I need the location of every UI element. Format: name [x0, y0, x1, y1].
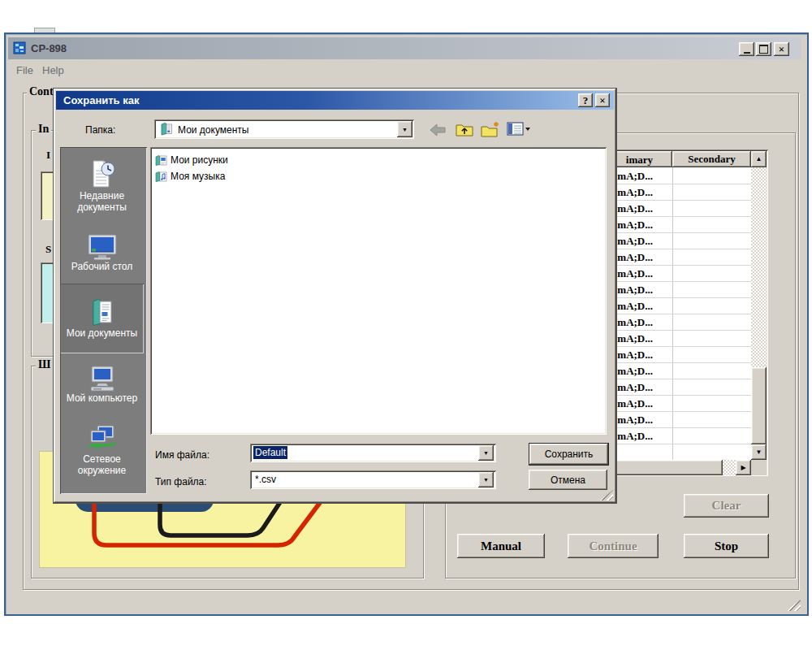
menu-help[interactable]: Help [42, 64, 64, 76]
place-my-documents[interactable]: Мои документы [60, 284, 144, 353]
my-documents-icon [89, 298, 116, 327]
vscroll-down-button[interactable]: ▼ [751, 444, 767, 460]
scroll-down-icon: ▼ [756, 449, 762, 456]
filename-text: Default [255, 447, 286, 458]
place-label: Сетевое окружение [60, 453, 144, 476]
scroll-up-icon: ▲ [756, 156, 762, 162]
up-folder-icon [456, 121, 473, 137]
filetype-combobox[interactable] [250, 470, 496, 489]
place-label: Рабочий стол [71, 261, 132, 272]
header-secondary-label: Secondary [688, 153, 736, 166]
save-button-label: Сохранить [545, 448, 594, 460]
file-list[interactable]: Мои рисунки Моя музыка [150, 147, 607, 435]
music-folder-icon [155, 171, 167, 182]
place-label: Мои документы [67, 327, 137, 339]
places-bar: Недавние документы Рабочий стол [60, 147, 147, 494]
filetype-dropdown-button[interactable]: ▼ [478, 472, 494, 488]
dialog-help-button[interactable]: ? [578, 93, 593, 107]
minimize-icon [744, 52, 750, 54]
minimize-button[interactable] [739, 42, 754, 56]
folder-value: Мои документы [178, 124, 248, 136]
maximize-icon [759, 45, 768, 54]
maximize-button[interactable] [756, 42, 771, 56]
cancel-button[interactable]: Отмена [529, 470, 607, 490]
up-folder-button[interactable] [456, 121, 473, 137]
file-item-label: Мои рисунки [171, 154, 228, 166]
chevron-down-icon: ▼ [483, 450, 489, 456]
new-folder-icon [481, 121, 500, 137]
file-item-music[interactable]: Моя музыка [155, 168, 607, 184]
filetype-value: *.csv [255, 474, 276, 485]
clear-button[interactable]: Clear [684, 494, 769, 518]
menu-file[interactable]: File [16, 64, 33, 76]
new-folder-button[interactable] [481, 121, 500, 137]
file-item-pictures[interactable]: Мои рисунки [155, 152, 607, 167]
view-menu-icon [507, 121, 531, 137]
save-button[interactable]: Сохранить [529, 443, 609, 466]
vscroll-thumb[interactable] [751, 367, 767, 444]
filename-dropdown-button[interactable]: ▼ [478, 445, 494, 461]
place-network[interactable]: Сетевое окружение [60, 415, 144, 485]
continue-button[interactable]: Continue [568, 534, 659, 558]
chevron-down-icon: ▼ [483, 477, 489, 483]
manual-button[interactable]: Manual [457, 534, 545, 558]
scroll-corner [751, 460, 767, 475]
window-title: CP-898 [31, 42, 67, 54]
my-computer-icon [87, 365, 118, 392]
place-label: Мой компьютер [67, 392, 137, 404]
filename-value[interactable]: Default [253, 446, 287, 459]
close-icon: × [779, 43, 784, 56]
view-menu-button[interactable] [507, 121, 531, 137]
scroll-right-icon: ▶ [741, 465, 745, 471]
dialog-close-button[interactable]: × [595, 93, 610, 107]
app-icon [13, 41, 26, 54]
input-field2-label: S [45, 243, 51, 256]
help-icon: ? [583, 94, 589, 107]
stop-button-label: Stop [715, 540, 738, 553]
dialog-resize-grip[interactable] [600, 490, 613, 500]
hscroll-right-button[interactable]: ▶ [736, 460, 751, 475]
diagram-group-label: Ш [36, 359, 53, 370]
input-group-label: In [36, 124, 51, 135]
hscroll-track[interactable] [723, 460, 736, 475]
close-icon: × [599, 94, 605, 107]
dialog-title: Сохранить как [63, 94, 139, 106]
place-recent-documents[interactable]: Недавние документы [60, 150, 144, 222]
input-field1-label: I [46, 149, 50, 162]
dialog-titlebar[interactable] [56, 91, 614, 110]
pictures-folder-icon [155, 154, 167, 166]
outer-group-label: Cont [27, 86, 56, 98]
vscroll-up-button[interactable]: ▲ [751, 151, 767, 167]
manual-button-label: Manual [481, 540, 521, 553]
folder-dropdown-button[interactable]: ▼ [397, 121, 412, 137]
clear-button-label: Clear [712, 499, 741, 513]
recent-documents-icon [88, 159, 117, 190]
back-icon [429, 124, 447, 136]
file-item-label: Моя музыка [171, 171, 225, 182]
place-desktop[interactable]: Рабочий стол [60, 222, 144, 284]
folder-label: Папка: [85, 124, 115, 136]
stop-button[interactable]: Stop [684, 534, 769, 558]
menu-bar [8, 60, 801, 78]
main-titlebar [8, 37, 801, 59]
continue-button-label: Continue [589, 540, 637, 553]
place-label: Недавние документы [60, 190, 144, 213]
filename-label: Имя файла: [155, 449, 209, 461]
save-dialog: Сохранить как ? × Папка: Мои документы ▼ [53, 88, 617, 504]
place-my-computer[interactable]: Мой компьютер [60, 353, 144, 415]
network-icon [86, 424, 119, 453]
close-button[interactable]: × [774, 42, 789, 56]
cancel-button-label: Отмена [551, 474, 585, 486]
chevron-down-icon: ▼ [402, 127, 408, 132]
folder-icon [160, 123, 173, 136]
filetype-label: Тип файла: [155, 476, 207, 488]
desktop-icon [86, 233, 119, 261]
screen: CP-898 × File Help Cont In I S Ш imary S… [0, 0, 812, 650]
back-button[interactable] [429, 124, 447, 136]
table-header-secondary[interactable]: Secondary [672, 151, 751, 167]
